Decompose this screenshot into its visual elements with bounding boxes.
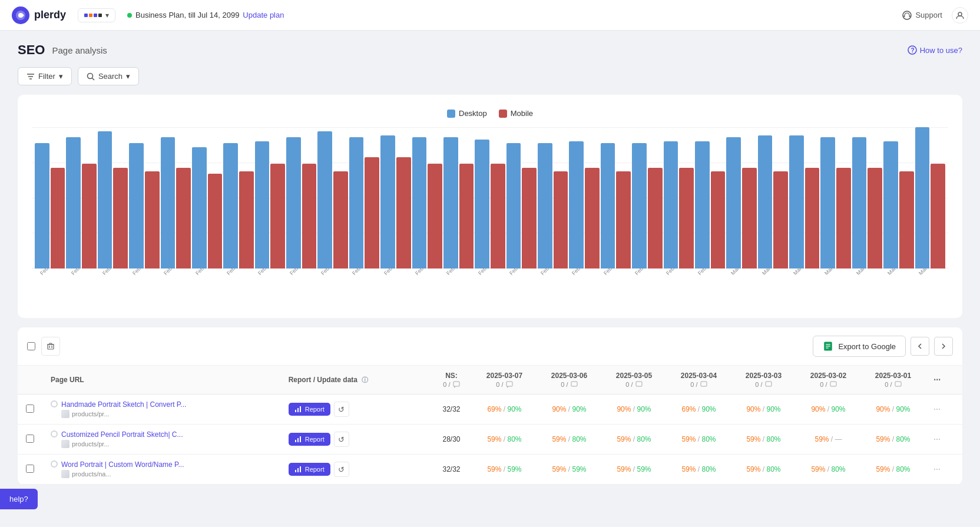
bar-group-18 — [601, 127, 631, 269]
filter-button[interactable]: Filter ▾ — [18, 67, 72, 85]
row-checkbox-1[interactable] — [26, 435, 34, 443]
th-ns: NS: 0 / — [431, 366, 472, 395]
score-2-5: 59% / 80% — [796, 455, 860, 485]
plan-info: Business Plan, till Jul 14, 2099 Update … — [127, 11, 284, 19]
th-date-1: 2025-03-06 0 / — [537, 366, 601, 395]
score-1-0: 59% / 80% — [472, 425, 537, 455]
logo[interactable]: plerdy — [12, 6, 66, 24]
row-checkbox-0[interactable] — [26, 405, 34, 413]
svg-rect-33 — [300, 436, 301, 442]
bar-desktop-19 — [632, 143, 647, 269]
bar-desktop-28 — [915, 127, 930, 269]
delete-button[interactable] — [41, 337, 60, 356]
svg-rect-30 — [300, 406, 301, 412]
bar-desktop-10 — [349, 137, 364, 269]
filter-icon — [27, 72, 35, 81]
th-report-update: Report / Update data ⓘ — [280, 366, 431, 395]
row-more-1[interactable]: ⋯ — [925, 425, 962, 455]
report-button-1[interactable]: Report — [289, 433, 330, 446]
bar-desktop-25 — [820, 137, 835, 269]
table-toolbar-right: Export to Google — [813, 336, 953, 357]
refresh-button-0[interactable]: ↺ — [334, 402, 349, 417]
plan-status-dot — [127, 13, 132, 18]
x-label-10: Feb 17, 2025 — [351, 269, 378, 276]
chart-area: Feb 7, 2025Feb 8, 2025Feb 9, 2025Feb 10,… — [32, 127, 948, 304]
filter-label: Filter — [38, 72, 55, 81]
table-row: Word Portrait | Custom Word/Name P... pr… — [18, 455, 962, 485]
bar-mobile-12 — [428, 164, 442, 269]
search-button[interactable]: Search ▾ — [78, 67, 139, 85]
how-to-use-label: How to use? — [920, 46, 962, 55]
svg-rect-27 — [895, 382, 901, 386]
bar-desktop-2 — [98, 131, 112, 269]
th-date-4: 2025-03-03 0 / — [731, 366, 796, 395]
bar-desktop-4 — [161, 137, 176, 269]
bar-desktop-8 — [286, 137, 301, 269]
bar-group-1 — [66, 127, 96, 269]
support-button[interactable]: Support — [902, 11, 942, 20]
bar-group-26 — [852, 127, 882, 269]
bar-desktop-18 — [601, 143, 615, 269]
row-more-2[interactable]: ⋯ — [925, 455, 962, 485]
comment-icon-6 — [895, 381, 902, 388]
bar-group-27 — [883, 127, 913, 269]
bar-group-21 — [695, 127, 725, 269]
x-label-17: Feb 24, 2025 — [571, 269, 597, 276]
desktop-legend-item: Desktop — [447, 109, 487, 118]
ns-value-0: 32/32 — [431, 395, 472, 425]
svg-rect-20 — [453, 382, 459, 386]
th-more: ⋯ — [925, 366, 962, 395]
svg-rect-2 — [904, 15, 905, 17]
svg-rect-23 — [636, 382, 642, 386]
report-actions-1: Report ↺ — [289, 432, 423, 447]
next-page-button[interactable] — [934, 337, 953, 356]
user-avatar[interactable] — [952, 7, 968, 24]
report-button-2[interactable]: Report — [289, 463, 330, 476]
url-title-2[interactable]: Word Portrait | Custom Word/Name P... — [61, 460, 184, 469]
refresh-button-1[interactable]: ↺ — [334, 432, 349, 447]
svg-rect-34 — [295, 470, 296, 472]
bar-desktop-12 — [412, 137, 427, 269]
svg-line-11 — [92, 78, 94, 80]
score-2-6: 59% / 80% — [860, 455, 925, 485]
url-title-1[interactable]: Customized Pencil Portrait Sketch| C... — [61, 430, 183, 439]
svg-rect-26 — [830, 382, 836, 386]
refresh-button-2[interactable]: ↺ — [334, 462, 349, 477]
trash-icon — [47, 342, 55, 350]
score-2-0: 59% / 59% — [472, 455, 537, 485]
comment-icon-2 — [635, 381, 643, 388]
update-plan-link[interactable]: Update plan — [243, 11, 284, 19]
chevron-left-icon — [917, 343, 923, 349]
row-more-0[interactable]: ⋯ — [925, 395, 962, 425]
row-checkbox-2[interactable] — [26, 465, 34, 473]
help-button[interactable]: help? — [0, 489, 38, 509]
report-info-icon[interactable]: ⓘ — [362, 376, 368, 383]
svg-rect-17 — [826, 344, 831, 345]
url-title-0[interactable]: Handmade Portrait Sketch | Convert P... — [61, 400, 186, 409]
x-label-5: Feb 12, 2025 — [194, 269, 221, 276]
header-right: Support — [902, 7, 968, 24]
report-actions-0: Report ↺ — [289, 402, 423, 417]
bar-mobile-26 — [868, 168, 882, 269]
url-path-0: products/pr... — [61, 410, 186, 418]
bar-group-3 — [129, 127, 159, 269]
bar-mobile-3 — [145, 171, 160, 269]
bar-group-28 — [915, 127, 945, 269]
bar-group-19 — [632, 127, 662, 269]
prev-page-button[interactable] — [911, 337, 929, 356]
report-button-0[interactable]: Report — [289, 403, 330, 416]
bar-desktop-20 — [664, 141, 678, 269]
table-row: Handmade Portrait Sketch | Convert P... … — [18, 395, 962, 425]
how-to-use-link[interactable]: ? How to use? — [908, 45, 962, 55]
select-all-checkbox[interactable] — [27, 342, 35, 350]
bar-mobile-17 — [585, 168, 600, 269]
svg-rect-22 — [571, 382, 577, 386]
x-label-1: Feb 8, 2025 — [70, 269, 94, 276]
row-status-2 — [51, 460, 58, 468]
export-to-google-button[interactable]: Export to Google — [813, 336, 906, 357]
chart-icon — [294, 406, 302, 413]
page-title-row: SEO Page analysis — [18, 42, 107, 58]
plan-selector[interactable]: ▾ — [78, 8, 115, 22]
svg-rect-19 — [826, 347, 829, 349]
bar-desktop-5 — [192, 147, 207, 269]
